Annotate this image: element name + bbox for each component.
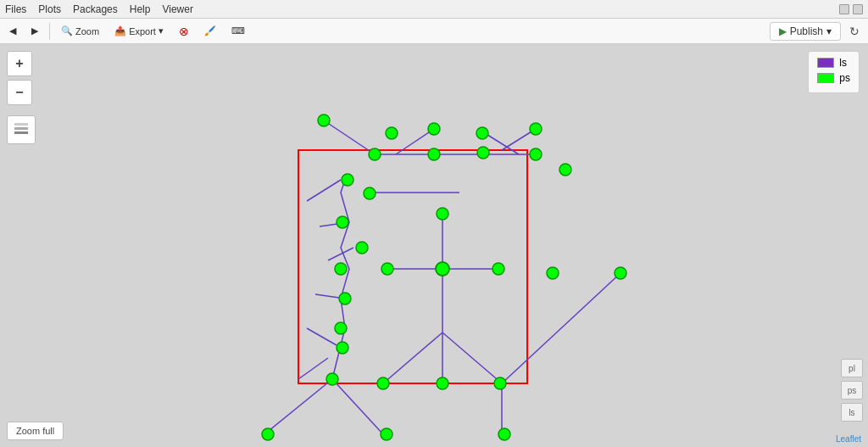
brush-icon: 🖌️ [204, 25, 216, 36]
svg-rect-59 [14, 123, 28, 126]
svg-line-11 [485, 133, 519, 154]
svg-point-37 [364, 187, 376, 199]
pl-button[interactable]: pl [841, 359, 863, 377]
svg-point-45 [547, 267, 559, 279]
svg-point-30 [530, 123, 542, 135]
publish-arrow-icon: ▾ [826, 25, 832, 37]
publish-label: Publish [790, 25, 823, 37]
maximize-icon[interactable] [853, 4, 863, 14]
svg-line-17 [307, 328, 337, 345]
map-area[interactable]: + − ls ps pl ps l [0, 44, 868, 447]
back-icon: ◀ [9, 25, 16, 36]
svg-point-38 [337, 216, 348, 228]
export-button[interactable]: 📤 Export ▾ [108, 23, 170, 39]
legend-color-ps [817, 73, 834, 83]
menu-bar: Files Plots Packages Help Viewer [0, 0, 868, 19]
zoom-label: Zoom [75, 26, 99, 36]
svg-line-21 [442, 332, 502, 383]
svg-point-53 [494, 377, 506, 389]
svg-point-56 [498, 428, 510, 440]
svg-point-55 [381, 428, 392, 440]
code-button[interactable]: ⌨ [225, 23, 251, 39]
svg-point-44 [615, 267, 626, 279]
svg-point-40 [335, 263, 347, 275]
svg-rect-57 [14, 131, 28, 134]
svg-point-39 [356, 242, 368, 254]
zoom-full-button[interactable]: Zoom full [7, 422, 64, 440]
menu-packages[interactable]: Packages [73, 3, 118, 15]
leaflet-link[interactable]: Leaflet [836, 434, 861, 444]
zoom-in-button[interactable]: + [7, 51, 32, 76]
svg-point-41 [339, 293, 351, 305]
svg-line-3 [264, 379, 332, 434]
toolbar-right: ▶ Publish ▾ ↻ [770, 21, 865, 42]
publish-icon: ▶ [779, 25, 787, 37]
legend-label-ps: ps [839, 72, 850, 84]
stop-icon: ⊗ [179, 25, 189, 38]
back-button[interactable]: ◀ [3, 23, 22, 39]
legend-label-ls: ls [839, 57, 847, 69]
svg-point-50 [326, 373, 338, 385]
svg-point-52 [437, 377, 448, 389]
svg-line-18 [298, 358, 328, 379]
svg-point-27 [386, 127, 398, 139]
svg-point-34 [530, 148, 542, 160]
svg-rect-58 [14, 127, 28, 130]
svg-point-31 [369, 148, 381, 160]
brush-button[interactable]: 🖌️ [198, 23, 222, 39]
legend-item-ps: ps [817, 72, 850, 84]
menu-plots[interactable]: Plots [38, 3, 61, 15]
ps-button[interactable]: ps [841, 381, 863, 400]
legend-color-ls [817, 58, 834, 68]
menu-help[interactable]: Help [130, 3, 151, 15]
menu-files[interactable]: Files [5, 3, 26, 15]
svg-point-28 [428, 123, 440, 135]
svg-line-19 [383, 332, 442, 383]
export-icon: 📤 [114, 25, 126, 36]
svg-line-1 [502, 273, 620, 383]
menu-viewer[interactable]: Viewer [162, 3, 192, 15]
svg-point-36 [342, 174, 353, 186]
svg-line-13 [307, 180, 341, 201]
zoom-out-button[interactable]: − [7, 80, 32, 105]
publish-button[interactable]: ▶ Publish ▾ [770, 22, 841, 41]
svg-point-46 [437, 208, 448, 220]
svg-line-4 [332, 379, 383, 434]
left-controls: + − [7, 51, 36, 144]
svg-point-54 [262, 428, 274, 440]
forward-button[interactable]: ▶ [25, 23, 44, 39]
export-arrow-icon: ▾ [159, 25, 164, 36]
svg-point-49 [492, 263, 504, 275]
toolbar: ◀ ▶ 🔍 Zoom 📤 Export ▾ ⊗ 🖌️ ⌨ ▶ Publish ▾… [0, 19, 868, 44]
zoom-button[interactable]: 🔍 Zoom [55, 23, 105, 39]
svg-point-42 [335, 322, 347, 334]
svg-point-47 [381, 263, 393, 275]
forward-icon: ▶ [31, 25, 38, 36]
bottom-right-buttons: pl ps ls [841, 359, 863, 422]
svg-point-29 [476, 127, 488, 139]
svg-point-33 [477, 147, 489, 159]
export-label: Export [129, 26, 156, 36]
svg-point-51 [377, 377, 389, 389]
svg-line-15 [328, 248, 353, 260]
content-area: + − ls ps pl ps l [0, 44, 868, 447]
svg-point-26 [318, 115, 330, 126]
svg-point-32 [428, 148, 440, 160]
stop-button[interactable]: ⊗ [173, 22, 195, 41]
svg-point-43 [337, 342, 348, 354]
separator-1 [49, 23, 50, 40]
layers-button[interactable] [7, 115, 36, 144]
refresh-icon: ↻ [849, 25, 860, 38]
minimize-icon[interactable] [839, 4, 849, 14]
svg-point-35 [559, 164, 571, 176]
zoom-icon: 🔍 [61, 25, 73, 36]
code-icon: ⌨ [231, 25, 245, 36]
svg-point-48 [436, 262, 449, 276]
map-svg [0, 44, 868, 447]
legend: ls ps [808, 51, 860, 93]
refresh-button[interactable]: ↻ [844, 21, 865, 42]
ls-button[interactable]: ls [841, 403, 863, 422]
layers-icon [13, 121, 30, 138]
legend-item-ls: ls [817, 57, 850, 69]
leaflet-attribution: Leaflet [836, 434, 861, 444]
